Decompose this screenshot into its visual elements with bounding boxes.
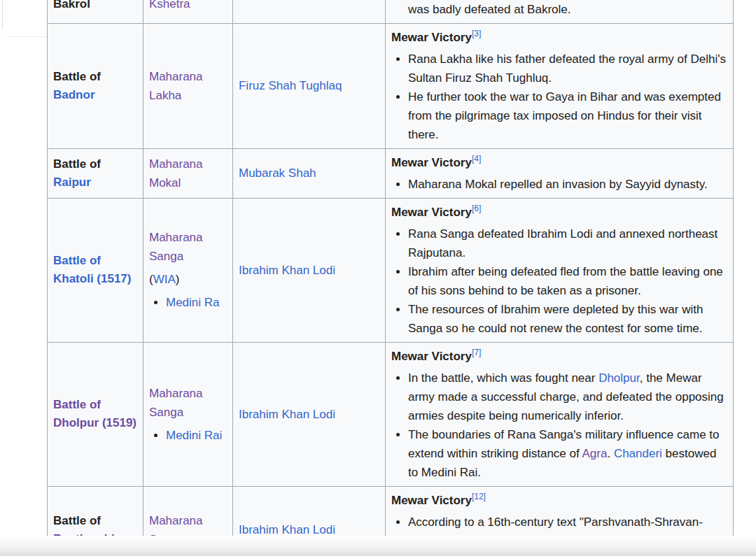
reference-link[interactable]: [7] [472, 348, 481, 357]
commander-allies-list: Medini Ra [149, 293, 227, 312]
text-segment: Bakrol [53, 0, 90, 10]
text-segment: Battle of [53, 157, 101, 171]
battle-cell: Battle ofBadnor [48, 23, 144, 148]
battle-link[interactable]: Badnor [53, 88, 95, 101]
ally-link[interactable]: Medini Ra [166, 296, 220, 309]
text-segment: ) [176, 273, 180, 286]
commander-cell: Maharana Mokal [143, 148, 232, 198]
text-segment: Battle of [53, 70, 101, 83]
commander-link[interactable]: Kshetra [149, 0, 190, 10]
reference-link[interactable]: [4] [472, 154, 481, 164]
opponent-cell: Ibrahim Khan Lodi [232, 198, 385, 342]
commander-name: Maharana Sanga [149, 228, 227, 266]
reference-link[interactable]: [3] [472, 29, 481, 38]
result-title: Mewar Victory [391, 494, 472, 507]
opponent-cell: Ibrahim Khan Lodi [232, 342, 385, 486]
result-details-list: Maharana Mokal repelled an invasion by S… [391, 175, 727, 194]
table-row-badnor: Battle ofBadnorMaharana LakhaFiruz Shah … [48, 23, 734, 148]
battle-link[interactable]: Raipur [53, 176, 91, 189]
result-cell: Mewar Victory[6]Rana Sanga defeated Ibra… [385, 198, 733, 342]
opponent-cell: Mubarak Shah [232, 148, 385, 198]
result-title-row: Mewar Victory[6] [391, 203, 727, 222]
wia-link[interactable]: WIA [153, 273, 176, 286]
battle-name-line: Badnor [53, 86, 137, 104]
text-segment: Maharana Mokal repelled an invasion by S… [408, 178, 708, 191]
reference-superscript: [4] [472, 154, 481, 164]
table-row-dholpur: Battle ofDholpur (1519)Maharana SangaMed… [48, 342, 734, 486]
sidebar-divider-vertical [2, 0, 3, 29]
result-title-row: Mewar Victory[4] [391, 153, 727, 172]
battle-link[interactable]: Khatoli (1517) [53, 272, 131, 285]
ally-link[interactable]: Medini Rai [166, 429, 222, 442]
commander-name: Maharana Mokal [149, 155, 227, 192]
commander-link[interactable]: Maharana Sanga [149, 231, 203, 263]
result-continuation-text: was badly defeated at Bakrole. [408, 0, 727, 19]
commander-name: Maharana Lakha [149, 67, 227, 105]
result-details-list: Rana Lakha like his father defeated the … [391, 50, 727, 144]
battle-link[interactable]: Dholpur (1519) [53, 416, 136, 429]
article-canvas: BakrolKshetrawas badly defeated at Bakro… [0, 0, 756, 556]
result-bullet: In the battle, which was fought near Dho… [408, 369, 727, 425]
result-cell: was badly defeated at Bakrole. [385, 0, 733, 23]
opponent-link[interactable]: Firuz Shah Tughlaq [239, 79, 342, 92]
commander-cell: Kshetra [143, 0, 232, 23]
chanderi-link[interactable]: Chanderi [614, 447, 662, 460]
text-segment: . [607, 447, 613, 460]
result-title-row: Mewar Victory[3] [391, 28, 727, 47]
commander-allies-list: Medini Rai [149, 426, 227, 445]
result-title-row: Mewar Victory[12] [391, 491, 727, 510]
ally-item: Medini Ra [166, 293, 227, 312]
commander-cell: Maharana Sanga(WIA)Medini Ra [143, 198, 232, 342]
commander-cell: Maharana Lakha [143, 23, 232, 148]
text-segment: He further took the war to Gaya in Bihar… [408, 90, 721, 141]
text-segment: In the battle, which was fought near [408, 371, 598, 385]
battle-name-line: Battle of [53, 68, 137, 86]
result-title: Mewar Victory [391, 350, 472, 363]
opponent-link[interactable]: Ibrahim Khan Lodi [239, 264, 335, 277]
table-row-khatoli: Battle ofKhatoli (1517)Maharana Sanga(WI… [48, 198, 734, 342]
opponent-cell: Firuz Shah Tughlaq [232, 23, 385, 148]
opponent-link[interactable]: Ibrahim Khan Lodi [239, 523, 335, 536]
commander-name: Maharana Sanga [149, 384, 227, 422]
result-bullet: The resources of Ibrahim were depleted b… [408, 300, 727, 338]
text-segment: Rana Lakha like his father defeated the … [408, 52, 726, 85]
text-segment: Ibrahim after being defeated fled from t… [408, 265, 723, 297]
result-cell: Mewar Victory[4]Maharana Mokal repelled … [385, 148, 733, 198]
battle-cell: Bakrol [48, 0, 144, 23]
text-segment: Rana Sanga defeated Ibrahim Lodi and ann… [408, 227, 718, 259]
reference-link[interactable]: [12] [472, 492, 486, 501]
commander-link[interactable]: Maharana Sanga [149, 387, 203, 419]
battle-cell: Battle ofKhatoli (1517) [48, 198, 144, 342]
result-bullet: Maharana Mokal repelled an invasion by S… [408, 175, 727, 194]
table-row-bakrol: BakrolKshetrawas badly defeated at Bakro… [48, 0, 734, 23]
text-segment: The resources of Ibrahim were depleted b… [408, 303, 703, 335]
reference-link[interactable]: [6] [472, 204, 481, 213]
dholpur-link[interactable]: Dholpur [598, 371, 640, 385]
result-title: Mewar Victory [391, 31, 472, 44]
battle-name-line: Khatoli (1517) [53, 270, 137, 288]
sidebar-divider-horizontal [6, 36, 52, 37]
agra-link[interactable]: Agra [582, 447, 608, 460]
ally-item: Medini Rai [166, 426, 227, 445]
commander-link[interactable]: Maharana Mokal [149, 157, 203, 190]
commander-status: (WIA) [149, 270, 227, 289]
window-bottom-edge [0, 536, 756, 556]
result-title-row: Mewar Victory[7] [391, 347, 727, 366]
commander-link[interactable]: Maharana Lakha [149, 70, 203, 102]
result-title: Mewar Victory [391, 206, 472, 219]
battle-name-line: Battle of [53, 252, 137, 270]
result-bullet: Rana Lakha like his father defeated the … [408, 50, 727, 87]
result-cell: Mewar Victory[7]In the battle, which was… [385, 342, 733, 486]
result-bullet: He further took the war to Gaya in Bihar… [408, 87, 727, 144]
reference-superscript: [6] [472, 204, 481, 213]
opponent-link[interactable]: Mubarak Shah [239, 166, 316, 180]
battle-link[interactable]: Battle of [53, 254, 101, 267]
battle-link[interactable]: Battle of [53, 398, 101, 411]
battle-name-line: Battle of [53, 512, 137, 530]
reference-superscript: [3] [472, 29, 481, 38]
reference-superscript: [12] [472, 492, 486, 501]
battle-name-line: Battle of [53, 396, 137, 414]
battle-name-line: Battle of [53, 155, 137, 173]
battle-cell: Battle ofDholpur (1519) [48, 342, 144, 486]
opponent-link[interactable]: Ibrahim Khan Lodi [239, 408, 335, 421]
